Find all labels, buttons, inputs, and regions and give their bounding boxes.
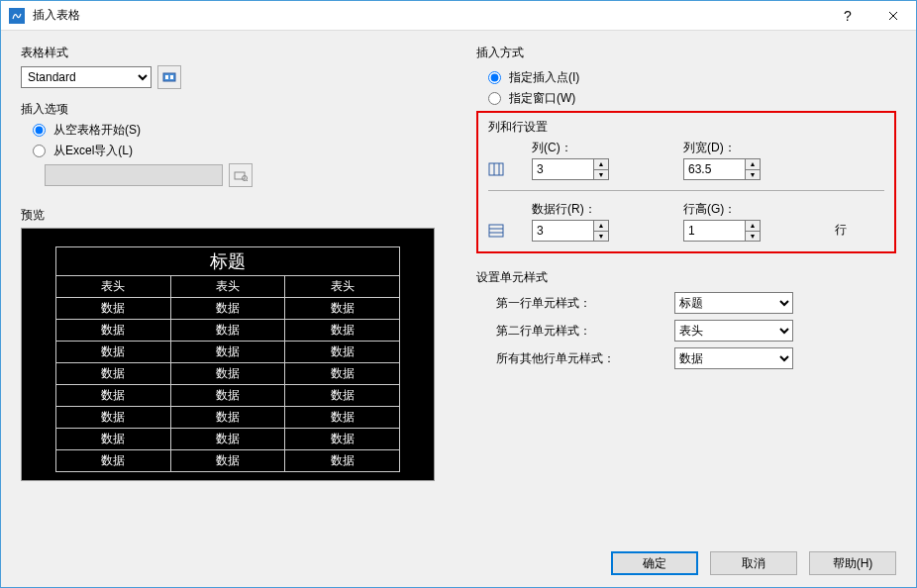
columns-label: 列(C)： [532,140,675,156]
preview-data-cell: 数据 [285,407,400,429]
preview-data-cell: 数据 [285,298,400,320]
first-row-style-label: 第一行单元样式： [496,295,674,312]
row-height-up[interactable]: ▲ [746,221,760,232]
preview-label: 预览 [21,207,447,224]
radio-insert-window-label: 指定窗口(W) [509,90,575,107]
preview-data-cell: 数据 [56,407,171,429]
preview-table: 标题 表头表头表头 数据数据数据数据数据数据数据数据数据数据数据数据数据数据数据… [55,246,400,472]
preview-data-cell: 数据 [285,342,400,363]
preview-data-cell: 数据 [170,363,285,385]
preview-header-cell: 表头 [170,276,285,298]
cancel-button[interactable]: 取消 [710,551,797,575]
columns-input[interactable] [532,158,593,180]
ok-button[interactable]: 确定 [611,551,698,575]
help-button-footer[interactable]: 帮助(H) [809,551,896,575]
row-height-unit: 行 [835,222,884,242]
columns-down[interactable]: ▼ [594,170,608,180]
columns-icon [488,161,504,177]
close-button[interactable] [870,1,916,31]
data-rows-down[interactable]: ▼ [594,232,608,242]
insert-options-label: 插入选项 [21,101,447,118]
rows-icon [488,223,504,239]
preview-data-cell: 数据 [285,363,400,385]
svg-rect-6 [489,163,503,175]
table-style-select[interactable]: Standard [21,66,152,88]
col-row-settings-group: 列和行设置 列(C)： ▲▼ 列宽(D)： [476,111,896,253]
excel-path-input [45,164,223,186]
radio-insert-point[interactable] [488,71,501,84]
data-rows-spinner[interactable]: ▲▼ [532,220,675,242]
first-row-style-select[interactable]: 标题 [674,292,793,314]
preview-data-cell: 数据 [170,342,285,363]
preview-data-cell: 数据 [56,450,171,472]
preview-data-cell: 数据 [170,450,285,472]
columns-spinner[interactable]: ▲▼ [532,158,675,180]
preview-data-cell: 数据 [285,450,400,472]
radio-excel-import[interactable] [33,145,46,157]
col-width-spinner[interactable]: ▲▼ [683,158,827,180]
dialog-footer: 确定 取消 帮助(H) [611,551,896,575]
col-width-down[interactable]: ▼ [746,170,760,180]
row-height-spinner[interactable]: ▲▼ [683,220,827,242]
radio-insert-window[interactable] [488,92,501,105]
table-style-label: 表格样式 [21,45,447,61]
preview-data-cell: 数据 [56,429,171,450]
preview-data-cell: 数据 [56,298,171,320]
col-row-settings-label: 列和行设置 [488,119,884,136]
other-row-style-select[interactable]: 数据 [674,347,793,369]
radio-empty-table[interactable] [33,124,46,137]
data-rows-label: 数据行(R)： [532,201,675,218]
insert-mode-label: 插入方式 [476,45,896,61]
svg-rect-9 [489,225,503,237]
cell-style-label: 设置单元样式 [476,269,896,286]
dialog-title: 插入表格 [33,7,825,24]
titlebar: 插入表格 ? [1,1,916,31]
preview-data-cell: 数据 [170,298,285,320]
preview-data-cell: 数据 [285,385,400,407]
data-rows-up[interactable]: ▲ [594,221,608,232]
preview-data-cell: 数据 [285,429,400,450]
preview-data-cell: 数据 [285,320,400,342]
svg-line-5 [247,180,248,181]
browse-file-button[interactable] [229,163,253,187]
col-width-label: 列宽(D)： [683,140,827,156]
col-width-up[interactable]: ▲ [746,159,760,170]
row-height-label: 行高(G)： [683,201,827,218]
preview-data-cell: 数据 [56,385,171,407]
columns-up[interactable]: ▲ [594,159,608,170]
preview-data-cell: 数据 [170,385,285,407]
svg-rect-1 [165,75,168,79]
preview-data-cell: 数据 [56,342,171,363]
data-rows-input[interactable] [532,220,593,242]
preview-canvas: 标题 表头表头表头 数据数据数据数据数据数据数据数据数据数据数据数据数据数据数据… [21,228,435,481]
help-button[interactable]: ? [825,1,870,31]
preview-header-cell: 表头 [285,276,400,298]
radio-insert-point-label: 指定插入点(I) [509,69,579,86]
other-row-style-label: 所有其他行单元样式： [496,350,674,367]
preview-data-cell: 数据 [56,363,171,385]
preview-data-cell: 数据 [56,320,171,342]
insert-table-dialog: 插入表格 ? 表格样式 Standard 插入选项 从空表格开始(S) [0,0,917,588]
row-height-input[interactable] [683,220,745,242]
preview-data-cell: 数据 [170,429,285,450]
radio-empty-table-label: 从空表格开始(S) [53,122,141,139]
radio-excel-import-label: 从Excel导入(L) [53,143,133,159]
svg-rect-0 [163,73,175,81]
preview-data-cell: 数据 [170,320,285,342]
svg-rect-2 [170,75,173,79]
preview-title-cell: 标题 [56,247,400,276]
preview-header-cell: 表头 [56,276,171,298]
row-height-down[interactable]: ▼ [746,232,760,242]
style-preview-button[interactable] [157,65,181,89]
second-row-style-select[interactable]: 表头 [674,320,793,342]
second-row-style-label: 第二行单元样式： [496,323,674,340]
col-width-input[interactable] [683,158,745,180]
preview-data-cell: 数据 [170,407,285,429]
app-icon [9,8,25,24]
